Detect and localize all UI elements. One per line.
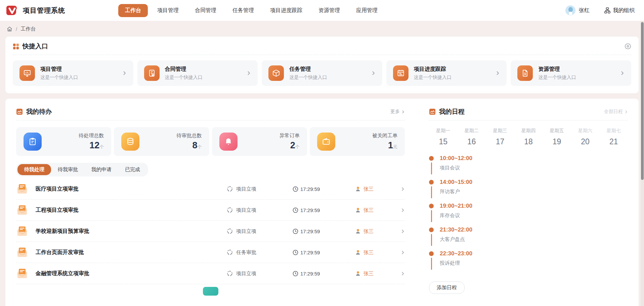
- todo-item-assignee[interactable]: 张三: [363, 207, 374, 213]
- todo-item-assignee[interactable]: 张三: [363, 186, 374, 192]
- stat-value: 2个: [280, 140, 300, 151]
- week-col[interactable]: 星期七21: [599, 128, 628, 146]
- nav-item-task[interactable]: 任务管理: [226, 4, 261, 17]
- stat-closed-tickets[interactable]: 被关闭工单 1元: [310, 127, 405, 156]
- schedule-events: 10:00~12:00 项目会议 14:00~15:00 拜访客户 19:00~…: [429, 155, 628, 270]
- week-col[interactable]: 星期三17: [486, 128, 514, 146]
- person-icon: [355, 228, 361, 234]
- user-menu[interactable]: 张红: [565, 5, 590, 15]
- quick-entry-progress[interactable]: 项目进度跟踪 这是一个快捷入口: [386, 60, 507, 86]
- todo-item-title: 医疗项目立项审批: [36, 186, 227, 193]
- progress-board-icon: [393, 65, 409, 81]
- scrollbar-thumb[interactable]: [641, 22, 644, 180]
- chevron-right-icon: [495, 71, 500, 75]
- todo-row[interactable]: 医疗项目立项审批 项目立项 17:29:59: [16, 178, 405, 200]
- vertical-scrollbar[interactable]: [641, 21, 644, 306]
- clock-icon: [293, 186, 298, 192]
- chevron-right-icon[interactable]: [395, 271, 405, 276]
- my-schedule-section: 我的日程 全部日程 星期一15 星期二16 星期三17 星期四18 星期五19 …: [429, 107, 628, 306]
- week-col[interactable]: 星期一15: [429, 128, 458, 146]
- event-time: 22:30~23:00: [440, 250, 472, 257]
- week-col[interactable]: 星期四18: [514, 128, 543, 146]
- tab-awaiting-my-approval[interactable]: 待我审批: [51, 164, 85, 175]
- event-time: 10:00~12:00: [440, 155, 472, 162]
- stat-approval-total[interactable]: 待审批总数 8个: [114, 127, 209, 156]
- todo-row[interactable]: 学校迎新项目预算审批 项目立项 17:29:59: [16, 221, 405, 242]
- add-schedule-button[interactable]: 添加日程: [429, 282, 465, 294]
- all-schedule-link[interactable]: 全部日程: [604, 109, 628, 115]
- quick-item-subtitle: 这是一个快捷入口: [40, 74, 117, 81]
- event-rail-line: [431, 186, 432, 198]
- nav-item-progress[interactable]: 项目进度跟踪: [263, 4, 309, 17]
- mail-document-icon: [16, 204, 28, 216]
- quick-item-subtitle: 这是一个快捷入口: [538, 74, 614, 81]
- quick-item-title: 任务管理: [289, 66, 366, 73]
- tab-my-applications[interactable]: 我的申请: [85, 164, 118, 175]
- chevron-right-icon[interactable]: [395, 229, 405, 234]
- divider: [16, 120, 405, 120]
- event-time: 14:00~15:00: [440, 179, 472, 186]
- todo-row[interactable]: 工作台页面开发审批 任务审批 17:29:59: [16, 242, 405, 263]
- quick-entry-settings-button[interactable]: [625, 43, 631, 50]
- todo-row[interactable]: 工程项目立项审批 项目立项 17:29:59: [16, 200, 405, 221]
- todo-item-category: 项目立项: [236, 228, 256, 235]
- quick-entry-contract[interactable]: 合同管理 这是一个快捷入口: [137, 60, 258, 86]
- chevron-right-icon[interactable]: [395, 208, 405, 212]
- quick-item-title: 项目管理: [40, 66, 117, 73]
- schedule-event[interactable]: 21:30~22:00 大客户盘点: [429, 226, 628, 246]
- week-col[interactable]: 星期六20: [571, 128, 600, 146]
- todo-item-assignee[interactable]: 张三: [363, 249, 374, 256]
- tab-pending-mine[interactable]: 待我处理: [17, 164, 51, 175]
- event-dot: [429, 227, 434, 232]
- home-icon[interactable]: [7, 26, 12, 32]
- todo-more-link[interactable]: 更多: [390, 109, 405, 115]
- todo-item-time: 17:29:59: [300, 207, 320, 213]
- my-org-button[interactable]: 我的组织: [604, 7, 635, 14]
- chevron-right-icon[interactable]: [395, 250, 405, 255]
- todo-item-title: 工作台页面开发审批: [36, 249, 227, 256]
- chevron-right-icon[interactable]: [395, 187, 405, 191]
- clock-icon: [293, 271, 298, 276]
- wallet-icon: [317, 133, 335, 151]
- todo-row[interactable]: 金融管理系统立项审批 项目立项 17:29:59: [16, 263, 405, 284]
- week-col[interactable]: 星期五19: [543, 128, 571, 146]
- stat-label: 被关闭工单: [372, 133, 397, 139]
- my-todo-section: 我的待办 更多 待处理总数: [16, 107, 405, 306]
- schedule-event[interactable]: 22:30~23:00 投诉处理: [429, 250, 628, 270]
- quick-entry-resource[interactable]: 资源管理 这是一个快捷入口: [511, 60, 631, 86]
- stat-abnormal-orders[interactable]: 异常订单 2个: [212, 127, 307, 156]
- quick-item-title: 项目进度跟踪: [414, 66, 490, 73]
- todo-item-assignee[interactable]: 张三: [363, 228, 374, 235]
- tab-completed[interactable]: 已完成: [118, 164, 147, 175]
- todo-item-assignee[interactable]: 张三: [363, 270, 374, 277]
- todo-item-category: 项目立项: [236, 270, 256, 277]
- nav-item-resource[interactable]: 资源管理: [312, 4, 347, 17]
- schedule-event[interactable]: 10:00~12:00 项目会议: [429, 155, 628, 174]
- nav-item-contract[interactable]: 合同管理: [188, 4, 223, 17]
- person-icon: [355, 186, 361, 192]
- todo-item-time: 17:29:59: [300, 250, 320, 255]
- top-bar: 项目管理系统 工作台 项目管理 合同管理 任务管理 项目进度跟踪 资源管理 应用…: [0, 0, 644, 21]
- mail-document-icon: [16, 225, 28, 237]
- nav-item-project[interactable]: 项目管理: [151, 4, 185, 17]
- stat-pending-total[interactable]: 待处理总数 12个: [16, 127, 111, 156]
- schedule-event[interactable]: 19:00~21:00 库存会议: [429, 203, 628, 222]
- nav-item-workbench[interactable]: 工作台: [118, 4, 148, 17]
- schedule-event[interactable]: 14:00~15:00 拜访客户: [429, 179, 628, 198]
- todo-item-title: 学校迎新项目预算审批: [36, 228, 227, 235]
- pagination-button[interactable]: [203, 287, 218, 296]
- breadcrumb-separator: /: [16, 26, 17, 32]
- stat-value: 12个: [79, 140, 104, 151]
- week-col[interactable]: 星期二16: [458, 128, 486, 146]
- quick-item-title: 合同管理: [165, 66, 241, 73]
- nav-item-application[interactable]: 应用管理: [349, 4, 384, 17]
- org-chart-icon: [604, 7, 610, 13]
- quick-entry-project[interactable]: 项目管理 这是一个快捷入口: [13, 60, 133, 86]
- event-rail-line: [431, 234, 432, 246]
- person-icon: [355, 250, 361, 255]
- event-dot: [429, 156, 434, 161]
- main-nav: 工作台 项目管理 合同管理 任务管理 项目进度跟踪 资源管理 应用管理: [118, 4, 384, 17]
- quick-entry-task[interactable]: 任务管理 这是一个快捷入口: [262, 60, 382, 86]
- app-logo-icon: [5, 4, 19, 17]
- todo-item-time: 17:29:59: [300, 228, 320, 234]
